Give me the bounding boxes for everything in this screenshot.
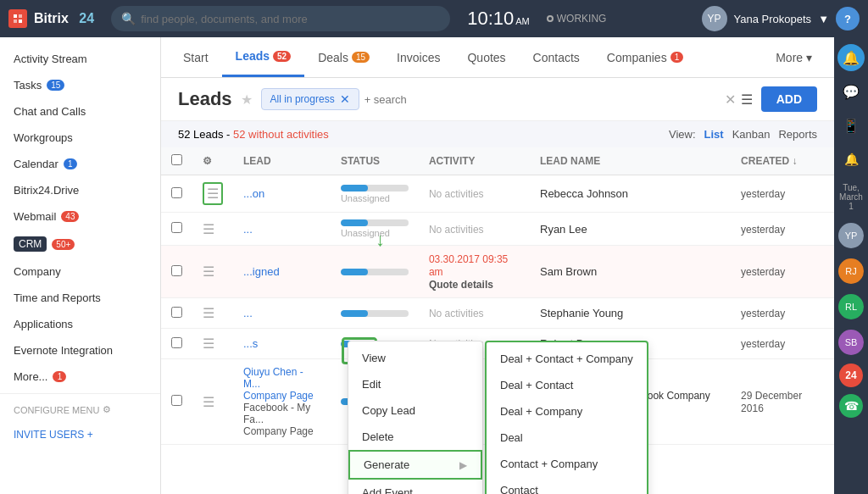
row-menu-icon[interactable]: ☰ <box>203 394 223 410</box>
tab-more[interactable]: More ▾ <box>762 37 826 77</box>
filter-bar: All in progress ✕ <box>261 88 716 110</box>
submenu-deal[interactable]: Deal <box>487 425 647 451</box>
activity-link[interactable]: 03.30.2017 09:35 am <box>429 253 508 278</box>
activity-button[interactable]: 🔔 <box>837 146 865 173</box>
submenu-contact-company[interactable]: Contact + Company <box>487 451 647 477</box>
submenu-contact[interactable]: Contact <box>487 477 647 494</box>
tab-start[interactable]: Start <box>170 37 222 77</box>
context-menu-add-event[interactable]: Add Event <box>348 480 482 494</box>
configure-menu-button[interactable]: CONFIGURE MENU ⚙ <box>0 397 160 422</box>
tab-quotes-label: Quotes <box>467 51 505 64</box>
chat-button[interactable]: 💬 <box>837 78 865 105</box>
sidebar-item-calendar[interactable]: Calendar 1 <box>0 151 160 177</box>
sidebar-item-evernote[interactable]: Evernote Integration <box>0 337 160 364</box>
sidebar-item-tasks[interactable]: Tasks 15 <box>0 72 160 98</box>
table-row: ☰ ... No activities Stephanie Young yest… <box>161 298 834 329</box>
tab-quotes[interactable]: Quotes <box>453 37 519 77</box>
tab-deals[interactable]: Deals 15 <box>304 37 383 77</box>
sidebar-item-time-reports[interactable]: Time and Reports <box>0 285 160 311</box>
bitrix24-icon[interactable]: 24 <box>839 364 863 387</box>
working-status[interactable]: WORKING <box>547 13 607 25</box>
row-menu-icon[interactable]: ☰ <box>203 305 223 321</box>
filter-tag-close-icon[interactable]: ✕ <box>340 92 350 106</box>
generate-submenu: Deal + Contact + Company Deal + Contact … <box>485 341 648 494</box>
context-menu-generate-label: Generate <box>364 458 409 471</box>
without-activities-link[interactable]: 52 without activities <box>233 128 329 141</box>
filter-tag[interactable]: All in progress ✕ <box>261 88 359 110</box>
leads-search-input[interactable] <box>364 93 534 106</box>
row-menu-icon[interactable]: ☰ <box>203 264 223 280</box>
list-view-icon[interactable]: ☰ <box>741 92 753 108</box>
context-menu-delete[interactable]: Delete <box>348 424 482 450</box>
lead-link[interactable]: ...s <box>243 337 258 350</box>
row-menu-icon[interactable]: ☰ <box>203 336 223 352</box>
sidebar-item-company[interactable]: Company <box>0 258 160 285</box>
sidebar-item-drive[interactable]: Bitrix24.Drive <box>0 177 160 203</box>
add-lead-button[interactable]: ADD <box>761 86 817 112</box>
calls-button[interactable]: 📱 <box>837 112 865 139</box>
global-search-bar[interactable]: 🔍 <box>111 6 450 31</box>
tab-companies[interactable]: Companies 1 <box>593 37 697 77</box>
row-menu-icon[interactable]: ☰ <box>203 182 223 205</box>
lead-link[interactable]: ... <box>243 223 253 236</box>
submenu-deal-company[interactable]: Deal + Company <box>487 398 647 425</box>
view-reports-button[interactable]: Reports <box>778 128 817 141</box>
col-created[interactable]: CREATED ↓ <box>731 147 834 175</box>
row-checkbox[interactable] <box>171 307 182 318</box>
context-menu-edit-label: Edit <box>362 378 381 391</box>
select-all-checkbox[interactable] <box>171 154 182 165</box>
row-checkbox[interactable] <box>171 187 182 198</box>
tab-contacts-label: Contacts <box>533 51 580 64</box>
context-menu-generate[interactable]: Generate ▶ <box>348 450 482 480</box>
user-dropdown-icon[interactable]: ▼ <box>818 13 829 25</box>
global-search-input[interactable] <box>141 13 440 25</box>
user-name: Yana Prokopets <box>734 13 812 25</box>
clock-time: 10:10 <box>467 8 514 30</box>
gear-col-icon[interactable]: ⚙ <box>203 155 212 167</box>
svg-rect-3 <box>19 19 22 23</box>
tab-contacts[interactable]: Contacts <box>520 37 593 77</box>
table-row: ☰ ... Unassigned No activities Ryan Lee … <box>161 213 834 246</box>
lead-link[interactable]: ... <box>243 307 253 319</box>
sidebar-item-applications[interactable]: Applications <box>0 311 160 337</box>
user-avatar-2[interactable]: RJ <box>838 258 864 284</box>
sidebar-item-crm[interactable]: CRM 50+ <box>0 230 160 258</box>
lead-link[interactable]: ...igned <box>243 265 280 278</box>
row-checkbox[interactable] <box>171 265 182 276</box>
row-menu-icon[interactable]: ☰ <box>203 221 223 237</box>
row-checkbox[interactable] <box>171 337 182 348</box>
row-checkbox[interactable] <box>171 222 182 233</box>
sidebar-item-webmail[interactable]: Webmail 43 <box>0 203 160 230</box>
tab-leads[interactable]: Leads 52 <box>222 37 305 77</box>
view-kanban-button[interactable]: Kanban <box>732 128 771 141</box>
user-avatar-3[interactable]: RL <box>838 294 864 319</box>
row-checkbox[interactable] <box>171 395 182 406</box>
tab-invoices[interactable]: Invoices <box>383 37 453 77</box>
submenu-deal-contact-company[interactable]: Deal + Contact + Company <box>487 346 647 372</box>
user-avatar-1[interactable]: YP <box>838 223 864 248</box>
clear-search-icon[interactable]: ✕ <box>725 92 736 108</box>
sidebar-item-activity-stream[interactable]: Activity Stream <box>0 46 160 72</box>
favorite-star-icon[interactable]: ★ <box>241 92 253 108</box>
phone-call-button[interactable]: ☎ <box>839 394 863 418</box>
help-button[interactable]: ? <box>836 7 860 31</box>
sidebar-divider <box>0 393 160 394</box>
created-cell: yesterday <box>741 338 785 350</box>
context-menu-copy-lead[interactable]: Copy Lead <box>348 397 482 424</box>
lead-link[interactable]: ...on <box>243 187 264 200</box>
submenu-deal-contact[interactable]: Deal + Contact <box>487 372 647 398</box>
view-list-button[interactable]: List <box>704 128 724 141</box>
user-avatar-4[interactable]: SB <box>838 330 864 355</box>
user-info[interactable]: YP Yana Prokopets ▼ <box>702 6 829 31</box>
col-activity: ACTIVITY <box>419 147 530 175</box>
sidebar-item-chat-calls[interactable]: Chat and Calls <box>0 98 160 125</box>
logo-icon <box>8 9 27 28</box>
notifications-button[interactable]: 🔔 <box>837 44 865 71</box>
lead-link[interactable]: Qiuyu Chen - M...Company PageFacebook - … <box>233 359 331 445</box>
sidebar-item-more[interactable]: More... 1 <box>0 364 160 390</box>
sidebar-item-workgroups[interactable]: Workgroups <box>0 125 160 151</box>
context-menu-view[interactable]: View <box>348 345 482 371</box>
crm-badge: 50+ <box>52 239 75 250</box>
invite-users-button[interactable]: INVITE USERS + <box>0 422 160 447</box>
context-menu-edit[interactable]: Edit <box>348 371 482 397</box>
